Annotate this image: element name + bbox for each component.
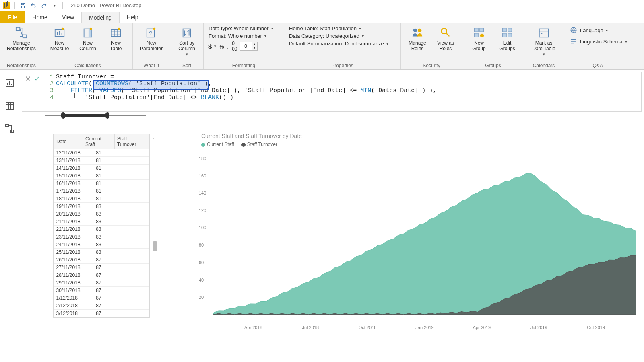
table-row[interactable]: 27/11/201887: [54, 264, 149, 272]
view-as-roles-button[interactable]: View as Roles: [432, 25, 459, 52]
table-row[interactable]: 20/11/201883: [54, 210, 149, 218]
table-row[interactable]: 17/11/201881: [54, 187, 149, 195]
ribbon-group-qa: Language▾ Linguistic Schema▾ Q&A: [564, 23, 632, 69]
data-view-button[interactable]: [3, 99, 16, 112]
tab-home[interactable]: Home: [25, 11, 55, 23]
table-row[interactable]: 14/11/201881: [54, 165, 149, 172]
title-bar: ▾ 250 Demo - Power BI Desktop: [0, 0, 644, 11]
currency-button[interactable]: $: [208, 43, 212, 50]
table-row[interactable]: 19/11/201883: [54, 203, 149, 210]
table-row[interactable]: 30/11/201887: [54, 287, 149, 294]
calendar-icon: [537, 26, 551, 39]
table-row[interactable]: 28/11/201887: [54, 272, 149, 279]
manage-roles-button[interactable]: Manage Roles: [404, 25, 431, 52]
tab-view[interactable]: View: [55, 11, 81, 23]
qat-dropdown-icon[interactable]: ▾: [50, 2, 58, 10]
spin-down[interactable]: ▾: [252, 46, 257, 50]
formula-editor[interactable]: 1Staff Turnover = 2CALCULATE( COUNTROWS(…: [43, 72, 641, 111]
app-icon: [2, 2, 10, 10]
slider-handle-right[interactable]: [105, 112, 109, 119]
save-icon[interactable]: [19, 2, 27, 10]
x-tick: Oct 2019: [587, 325, 605, 330]
data-type-dropdown[interactable]: Data type: Whole Number▾: [207, 25, 281, 32]
table-row[interactable]: 1/12/201887: [54, 294, 149, 302]
linguistic-schema-dropdown[interactable]: Linguistic Schema▾: [567, 36, 629, 47]
svg-rect-24: [539, 29, 549, 37]
svg-rect-29: [6, 124, 9, 127]
svg-rect-18: [475, 33, 478, 37]
chart-title: Current Staff and Staff Turnover by Date: [201, 133, 636, 139]
commit-formula-button[interactable]: ✓: [34, 74, 40, 83]
sort-by-column-button[interactable]: Sort by Column ▾: [173, 25, 200, 58]
column-header[interactable]: Current Staff: [83, 134, 115, 149]
format-dropdown[interactable]: Format: Whole number▾: [207, 33, 281, 39]
decimal-places-input[interactable]: [240, 43, 252, 49]
table-row[interactable]: 22/11/201883: [54, 226, 149, 233]
data-category-dropdown[interactable]: Data Category: Uncategorized▾: [287, 33, 397, 39]
home-table-dropdown[interactable]: Home Table: Staff Population▾: [287, 25, 397, 32]
summarization-dropdown[interactable]: Default Summarization: Don't summarize▾: [287, 40, 397, 47]
table-row[interactable]: 2/12/201887: [54, 302, 149, 310]
decimal-button[interactable]: .0.00: [231, 41, 237, 52]
date-slider[interactable]: [45, 115, 146, 116]
table-row[interactable]: 26/11/201887: [54, 256, 149, 264]
table-row[interactable]: 13/11/201881: [54, 157, 149, 165]
y-tick: 40: [199, 278, 204, 282]
table-row[interactable]: 21/11/201883: [54, 218, 149, 226]
new-parameter-button[interactable]: ? New Parameter: [136, 25, 167, 52]
edit-groups-icon: [500, 26, 514, 39]
column-icon: [81, 26, 95, 39]
tab-help[interactable]: Help: [120, 11, 146, 23]
svg-rect-21: [508, 28, 512, 32]
table-row[interactable]: 12/11/201881: [54, 149, 149, 157]
table-row[interactable]: 29/11/201887: [54, 279, 149, 287]
chart-legend: Current Staff Staff Turnover: [201, 142, 636, 147]
ribbon-group-calendars: Mark as Date Table ▾ Calendars: [524, 23, 564, 69]
scroll-up-icon[interactable]: ˄: [153, 137, 156, 143]
decimal-places-spinner[interactable]: ▴▾: [240, 42, 258, 51]
new-measure-button[interactable]: New Measure: [46, 25, 73, 52]
tab-modeling[interactable]: Modeling: [81, 12, 120, 23]
table-row[interactable]: 25/11/201883: [54, 249, 149, 256]
tab-file[interactable]: File: [0, 11, 25, 23]
svg-rect-16: [475, 28, 478, 32]
parameter-icon: ?: [144, 26, 158, 39]
scrollbar-thumb[interactable]: [153, 241, 157, 251]
edit-groups-button[interactable]: Edit Groups: [494, 25, 520, 52]
svg-point-8: [118, 28, 120, 30]
column-header[interactable]: Staff Turnover: [114, 134, 149, 149]
chart-visual[interactable]: Current Staff and Staff Turnover by Date…: [201, 133, 636, 334]
slider-handle-left[interactable]: [61, 112, 65, 119]
mark-as-date-table-button[interactable]: Mark as Date Table ▾: [527, 25, 560, 58]
table-row[interactable]: 18/11/201881: [54, 195, 149, 203]
svg-point-3: [62, 28, 64, 30]
data-table[interactable]: DateCurrent StaffStaff Turnover 12/11/20…: [53, 134, 150, 318]
percent-button[interactable]: %: [219, 43, 224, 50]
table-row[interactable]: 15/11/201881: [54, 172, 149, 180]
new-table-button[interactable]: New Table: [103, 25, 129, 52]
y-tick: 160: [199, 173, 206, 178]
table-row[interactable]: 23/11/201883: [54, 233, 149, 241]
table-row[interactable]: 3/12/201887: [54, 310, 149, 317]
chart-plot: 20406080100120140160180Apr 2018Jul 2018O…: [201, 150, 636, 323]
svg-point-14: [418, 29, 421, 32]
view-roles-icon: [439, 26, 452, 39]
report-view-button[interactable]: [3, 77, 16, 90]
column-header[interactable]: Date: [54, 134, 83, 149]
thousands-button[interactable]: ,: [227, 43, 228, 50]
redo-icon[interactable]: [40, 2, 48, 10]
spin-up[interactable]: ▴: [252, 42, 257, 46]
language-dropdown[interactable]: Language▾: [567, 25, 629, 35]
manage-relationships-button[interactable]: Manage Relationships: [3, 25, 39, 52]
table-row[interactable]: 16/11/201881: [54, 180, 149, 187]
new-column-button[interactable]: New Column: [74, 25, 101, 52]
table-row[interactable]: 24/11/201883: [54, 241, 149, 249]
svg-rect-1: [23, 35, 27, 38]
cancel-formula-button[interactable]: ✕: [25, 74, 31, 83]
model-view-button[interactable]: [3, 122, 16, 135]
undo-icon[interactable]: [29, 2, 37, 10]
new-group-button[interactable]: New Group: [466, 25, 492, 52]
y-tick: 140: [199, 191, 206, 195]
formula-bar[interactable]: ✕ ✓ 1Staff Turnover = 2CALCULATE( COUNTR…: [22, 72, 642, 112]
separator: [14, 2, 15, 9]
